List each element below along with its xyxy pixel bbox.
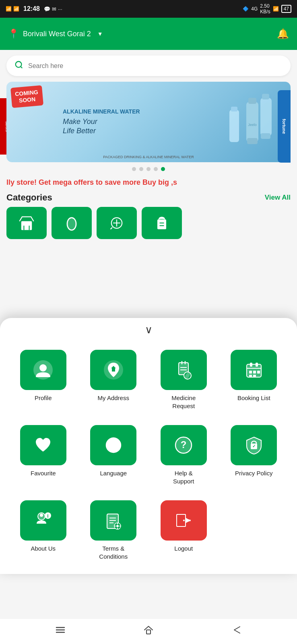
dot-4 <box>154 167 158 171</box>
category-icon-2[interactable] <box>52 207 92 239</box>
banner-dots <box>6 167 291 171</box>
svg-rect-3 <box>248 98 256 104</box>
status-bar: 📶 📶 12:48 💬 ✉ ··· 🔷 4G 2.50KB/s 📶 47 <box>0 0 297 18</box>
wifi-icon: 📶 <box>273 6 279 12</box>
chat-icon: 💬 <box>44 6 50 12</box>
location-pin-icon: 📍 <box>8 29 19 39</box>
menu-grid-row1: Profile My Address <box>0 340 297 415</box>
about-us-icon-box: i <box>20 500 66 541</box>
medicine-icon <box>173 359 194 380</box>
svg-rect-37 <box>249 375 252 377</box>
dot-2 <box>139 167 143 171</box>
menu-item-language[interactable]: Language <box>78 419 149 491</box>
medicine-request-label: MedicineRequest <box>171 394 196 410</box>
logout-icon-box <box>161 500 207 541</box>
nav-back-icon[interactable] <box>231 624 242 638</box>
svg-point-66 <box>183 520 185 521</box>
booking-list-label: Booking List <box>237 394 270 402</box>
category-icon-1[interactable] <box>6 207 47 239</box>
menu-item-medicine-request[interactable]: MedicineRequest <box>148 344 219 415</box>
svg-point-58 <box>116 525 119 527</box>
svg-rect-71 <box>146 630 151 634</box>
help-support-label: Help &Support <box>173 469 194 485</box>
nav-home-icon[interactable] <box>143 624 154 638</box>
bluetooth-icon: 🔷 <box>243 6 249 12</box>
menu-grid-row3: i About Us <box>0 491 297 566</box>
menu-item-terms-conditions[interactable]: Terms &Conditions <box>78 495 149 566</box>
svg-rect-36 <box>257 371 260 374</box>
battery-display: 47 <box>281 5 291 13</box>
heart-icon <box>33 435 54 456</box>
svg-rect-32 <box>250 363 252 367</box>
water-bottles-graphic: Jeelo <box>222 90 278 162</box>
banner-coming-soon-tag: COMINGSOON <box>10 85 43 108</box>
svg-text:?: ? <box>181 439 187 450</box>
bottom-navigation <box>0 618 297 644</box>
language-icon-box <box>90 425 136 465</box>
banner-subtitle: Make YourLife Better <box>63 117 140 136</box>
lte-icon: 4G <box>251 6 258 12</box>
svg-line-1 <box>21 66 22 68</box>
svg-rect-2 <box>246 102 258 142</box>
menu-item-privacy-policy[interactable]: ✓ Privacy Policy <box>219 419 289 491</box>
svg-rect-61 <box>114 526 116 526</box>
chevron-down-icon[interactable]: ∨ <box>145 324 153 336</box>
svg-point-0 <box>16 62 22 68</box>
profile-icon-box <box>20 350 66 390</box>
menu-item-about-us[interactable]: i About Us <box>8 495 78 566</box>
about-us-icon: i <box>33 510 54 531</box>
view-all-button[interactable]: View All <box>265 194 291 202</box>
menu-item-logout[interactable]: Logout <box>148 495 219 566</box>
menu-item-my-address[interactable]: My Address <box>78 344 149 415</box>
svg-rect-4 <box>247 138 258 144</box>
banner-text-section: ALKALINE MINERAL WATER Make YourLife Bet… <box>63 108 140 136</box>
favourite-icon-box <box>20 425 66 465</box>
fortune-text: fortune <box>282 119 287 134</box>
svg-rect-6 <box>260 98 272 136</box>
location-section[interactable]: 📍 Borivali West Gorai 2 ▼ <box>8 29 103 39</box>
dot-3 <box>146 167 151 171</box>
category-icon-4[interactable] <box>142 207 182 239</box>
search-icon <box>14 60 23 71</box>
globe-icon <box>103 435 124 456</box>
menu-item-profile[interactable]: Profile <box>8 344 78 415</box>
sheet-handle[interactable]: ∨ <box>0 318 297 340</box>
svg-rect-7 <box>262 94 269 99</box>
nav-menu-icon[interactable] <box>55 624 66 638</box>
logout-icon <box>173 510 194 531</box>
svg-rect-60 <box>117 528 118 529</box>
medicine-request-icon-box <box>161 350 207 390</box>
app-header: 📍 Borivali West Gorai 2 ▼ 🔔 <box>0 18 297 50</box>
svg-text:i: i <box>47 513 49 519</box>
location-dropdown-icon: ▼ <box>97 31 103 37</box>
svg-text:Jeelo: Jeelo <box>248 123 257 127</box>
language-label: Language <box>100 469 127 477</box>
terms-conditions-icon-box <box>90 500 136 541</box>
svg-rect-62 <box>119 526 121 526</box>
category-icon-3[interactable] <box>97 207 137 239</box>
speed-display: 2.50KB/s <box>260 3 270 14</box>
profile-icon <box>33 359 54 380</box>
menu-item-favourite[interactable]: Favourite <box>8 419 78 491</box>
svg-rect-9 <box>229 110 239 142</box>
menu-item-booking-list[interactable]: Booking List <box>219 344 289 415</box>
about-us-label: About Us <box>31 545 56 553</box>
svg-rect-35 <box>253 371 256 374</box>
shield-icon: ✓ <box>243 435 264 456</box>
search-input[interactable] <box>28 62 283 70</box>
booking-icon <box>243 359 264 380</box>
marquee-text: lly store! Get mega offers to save more … <box>0 176 297 189</box>
menu-item-help-support[interactable]: ? Help &Support <box>148 419 219 491</box>
my-address-icon-box <box>90 350 136 390</box>
signal-icon-1: 📶 <box>6 6 12 12</box>
banner-footer: PACKAGED DRINKING & ALKALINE MINERAL WAT… <box>6 155 291 159</box>
search-container[interactable] <box>6 56 291 76</box>
svg-rect-67 <box>185 520 191 521</box>
my-address-label: My Address <box>98 394 129 402</box>
notification-bell-icon[interactable]: 🔔 <box>277 28 289 39</box>
banner-title: ALKALINE MINERAL WATER <box>63 108 140 115</box>
svg-rect-11 <box>21 221 32 230</box>
category-icons-row <box>0 207 297 243</box>
svg-rect-34 <box>249 371 252 374</box>
dot-1 <box>132 167 136 171</box>
